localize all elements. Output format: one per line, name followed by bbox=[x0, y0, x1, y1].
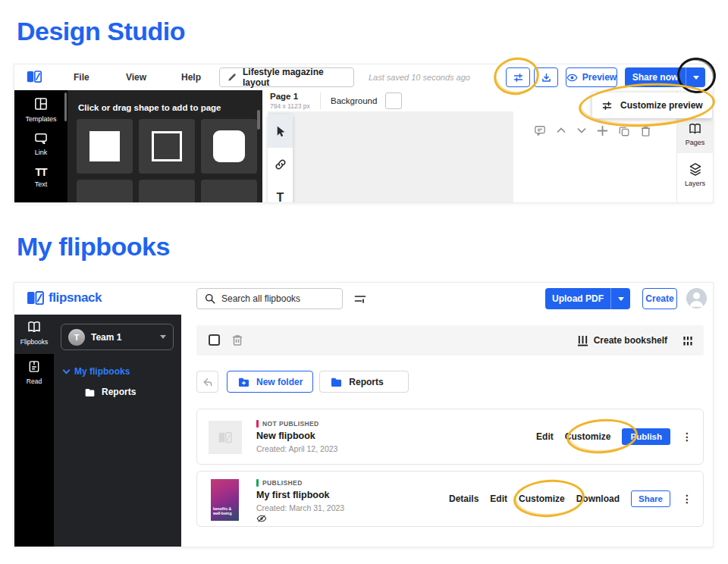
outlined-square-shape bbox=[152, 131, 182, 161]
new-folder-button[interactable]: New folder bbox=[227, 371, 313, 393]
menu-file[interactable]: File bbox=[74, 64, 89, 90]
more-options-icon[interactable]: ⋮ bbox=[682, 494, 692, 504]
download-link[interactable]: Download bbox=[576, 494, 620, 504]
flipsnack-logo[interactable]: flipsnack bbox=[27, 290, 102, 306]
menu-help[interactable]: Help bbox=[181, 64, 201, 90]
grid-view-icon[interactable] bbox=[682, 335, 693, 346]
create-bookshelf-label: Create bookshelf bbox=[594, 335, 667, 346]
flipbook-meta: NOT PUBLISHED New flipbook Created: Apri… bbox=[256, 420, 337, 453]
details-link[interactable]: Details bbox=[449, 494, 479, 504]
link-label: Link bbox=[14, 149, 67, 156]
text-tool-icon: T bbox=[277, 191, 284, 202]
flipbook-row-new-flipbook: NOT PUBLISHED New flipbook Created: Apri… bbox=[196, 409, 704, 465]
customize-link[interactable]: Customize bbox=[565, 431, 611, 442]
customize-settings-button[interactable] bbox=[506, 67, 530, 87]
customize-link[interactable]: Customize bbox=[519, 494, 565, 504]
tab-layers[interactable]: Layers bbox=[677, 157, 713, 193]
tools-rail: Templates Link TT Text bbox=[14, 90, 67, 202]
trash-icon[interactable] bbox=[640, 125, 651, 137]
shapes-scrollbar[interactable] bbox=[257, 110, 260, 130]
shape-tile-filled-square[interactable] bbox=[77, 119, 133, 174]
back-button[interactable] bbox=[196, 371, 218, 393]
editor-toolbar: File View Help Lifestyle magazine layout… bbox=[14, 64, 713, 90]
flipbook-thumbnail[interactable]: benefits & well-being bbox=[211, 479, 239, 521]
pages-label: Pages bbox=[677, 139, 713, 146]
document-page[interactable] bbox=[268, 111, 513, 202]
select-tool[interactable] bbox=[268, 114, 293, 148]
create-bookshelf-button[interactable]: Create bookshelf bbox=[577, 334, 667, 346]
create-button[interactable]: Create bbox=[642, 288, 677, 309]
chevron-down-icon[interactable] bbox=[576, 125, 587, 137]
flipbooks-icon bbox=[27, 321, 42, 334]
download-button[interactable] bbox=[534, 67, 558, 87]
chevron-up-icon[interactable] bbox=[556, 125, 566, 137]
flipbook-row-my-first-flipbook: benefits & well-being PUBLISHED My first… bbox=[196, 471, 704, 527]
eye-slash-icon bbox=[256, 515, 344, 522]
shape-tile-outlined-square[interactable] bbox=[139, 119, 195, 174]
search-input[interactable] bbox=[221, 293, 328, 304]
link-tool[interactable] bbox=[268, 148, 293, 181]
text-tool[interactable]: T bbox=[268, 181, 293, 202]
flipsnack-wordmark: flipsnack bbox=[49, 290, 102, 306]
more-options-icon[interactable]: ⋮ bbox=[682, 431, 692, 442]
page-size-label: 794 x 1123 px bbox=[270, 102, 310, 110]
reports-folder-button[interactable]: Reports bbox=[319, 371, 409, 393]
nav-item-flipbooks[interactable]: Flipbooks bbox=[14, 315, 54, 354]
status-badge: NOT PUBLISHED bbox=[262, 420, 319, 428]
rail-item-templates[interactable]: Templates bbox=[14, 97, 67, 123]
share-now-button[interactable]: Share now bbox=[625, 67, 705, 87]
filter-icon[interactable] bbox=[354, 293, 366, 307]
flipbook-title: My first flipbook bbox=[256, 490, 344, 500]
shape-tile[interactable] bbox=[139, 180, 195, 202]
share-dropdown-toggle[interactable] bbox=[686, 67, 705, 87]
nav-rail: Flipbooks Read bbox=[14, 315, 54, 547]
upload-dropdown-toggle[interactable] bbox=[610, 288, 630, 309]
team-selector[interactable]: T Team 1 bbox=[61, 324, 174, 350]
templates-label: Templates bbox=[14, 115, 67, 123]
document-title-field[interactable]: Lifestyle magazine layout bbox=[219, 67, 354, 87]
rail-scrollbar[interactable] bbox=[64, 92, 67, 121]
chevron-down-icon bbox=[160, 335, 166, 342]
add-page-icon[interactable] bbox=[597, 125, 608, 137]
sidebar-item-my-flipbooks[interactable]: My flipbooks bbox=[64, 366, 130, 377]
new-folder-icon bbox=[237, 377, 250, 387]
upload-pdf-label: Upload PDF bbox=[545, 288, 610, 309]
edit-link[interactable]: Edit bbox=[536, 431, 554, 442]
preview-button[interactable]: Preview bbox=[566, 67, 617, 87]
shape-tile-rounded-square[interactable] bbox=[201, 119, 257, 174]
user-avatar[interactable] bbox=[686, 288, 707, 309]
status-badge: PUBLISHED bbox=[262, 479, 303, 487]
customize-preview-menu-item[interactable]: Customize preview bbox=[592, 92, 712, 118]
row-actions: Edit Customize Publish ⋮ bbox=[536, 409, 692, 464]
menu-view[interactable]: View bbox=[126, 64, 146, 90]
background-color-swatch[interactable] bbox=[385, 92, 402, 109]
trash-icon[interactable] bbox=[231, 334, 243, 346]
new-folder-label: New folder bbox=[256, 377, 303, 387]
flipbook-thumbnail[interactable] bbox=[209, 421, 242, 454]
share-button[interactable]: Share bbox=[631, 490, 670, 507]
publish-button[interactable]: Publish bbox=[622, 428, 670, 445]
chevron-down-icon bbox=[618, 297, 624, 304]
edit-link[interactable]: Edit bbox=[490, 494, 507, 504]
select-all-checkbox[interactable] bbox=[209, 334, 220, 346]
preview-label: Preview bbox=[582, 72, 617, 83]
flipsnack-watermark-icon bbox=[218, 432, 232, 443]
shape-tile[interactable] bbox=[77, 180, 133, 202]
rail-item-link[interactable]: Link bbox=[14, 132, 67, 156]
read-label: Read bbox=[14, 378, 54, 385]
search-box[interactable] bbox=[196, 288, 343, 309]
sidebar-item-reports[interactable]: Reports bbox=[84, 387, 136, 397]
shape-tile[interactable] bbox=[201, 180, 257, 202]
tab-pages[interactable]: Pages bbox=[677, 118, 713, 153]
team-name: Team 1 bbox=[91, 332, 154, 343]
flipbook-created-date: Created: April 12, 2023 bbox=[256, 444, 337, 453]
eye-icon bbox=[566, 74, 578, 82]
last-saved-status: Last saved 10 seconds ago bbox=[369, 64, 470, 90]
upload-pdf-button[interactable]: Upload PDF bbox=[545, 288, 630, 309]
text-label: Text bbox=[14, 180, 67, 188]
rail-item-text[interactable]: TT Text bbox=[14, 165, 67, 188]
duplicate-icon[interactable] bbox=[618, 125, 630, 137]
comment-icon[interactable] bbox=[534, 125, 546, 137]
nav-item-read[interactable]: Read bbox=[14, 354, 54, 393]
templates-icon bbox=[34, 97, 48, 111]
